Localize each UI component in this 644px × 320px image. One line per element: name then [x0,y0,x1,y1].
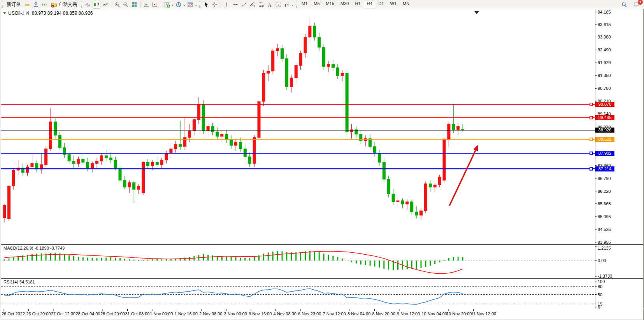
trendline-button[interactable] [240,1,248,9]
accounts-icon[interactable] [32,1,40,9]
rsi-pane[interactable]: 1008050150 [1,278,644,309]
time-axis-label: 11 Nov 12:00 [471,311,497,316]
timeframe-d1-button[interactable]: D1 [376,0,387,9]
macd-name: MACD(12,26,9) [4,246,33,250]
toolbar-grip[interactable] [296,2,297,8]
zoom-in-glyph [114,2,120,8]
timeframe-h1-button[interactable]: H1 [352,0,363,9]
text-button[interactable]: A [266,1,274,9]
chart-symbol-period: USOil-,H4 [8,10,29,16]
toolbar-grip[interactable] [199,2,200,8]
price-tick-label: 85.095 [598,214,611,219]
svg-text:A: A [268,2,272,7]
equidistant-channel-button[interactable]: E [249,1,256,9]
timeframe-m1-button[interactable]: M1 [299,0,310,9]
crosshair-button[interactable] [211,1,219,9]
price-tick-label: 91.920 [598,60,611,65]
timeframe-m30-button[interactable]: M30 [338,0,351,9]
price-tick-label: 86.220 [598,189,611,194]
timeframe-h4-button[interactable]: H4 [364,0,375,9]
toolbar-grip[interactable] [81,2,82,8]
horizontal-line-glyph [232,2,239,8]
timeframe-mn-button[interactable]: MN [400,0,412,9]
chart-shift-button[interactable] [151,1,159,9]
candlestick-chart-glyph [93,2,100,8]
bar-chart-button[interactable] [84,1,92,9]
level-marker [590,103,593,106]
indicators-button[interactable] [163,1,171,9]
autotrading-label: 自动交易 [58,1,77,8]
new-order-button[interactable]: 新订单 [4,0,23,9]
chevron-down-icon[interactable] [291,5,294,7]
tile-windows-button[interactable] [130,1,138,9]
macd-label: MACD(12,26,9) -0.1890 -0.7749 [4,246,65,250]
time-axis-label: 8 Nov 04:00 [347,311,370,316]
macd-scale-label: 1.2135 [598,246,611,250]
macd-scale-label: -1.3733 [598,274,612,278]
level-marker [590,152,593,155]
chart-ohlc-values: 88.973 89.194 88.859 88.926 [32,10,93,16]
autotrading-button[interactable]: 自动交易 [49,0,79,9]
indicators-glyph [164,2,170,8]
time-axis-label: 7 Nov 12:00 [323,311,346,316]
chevron-down-icon[interactable] [183,5,186,7]
toolbar-right-icons: 1 [620,1,644,9]
svg-text:E: E [254,5,256,7]
price-tick-label: 86.790 [598,176,611,181]
cursor-button[interactable] [202,1,210,9]
tile-windows-glyph [131,2,137,8]
arrows-button[interactable] [283,1,291,9]
toolbar-separator [221,1,221,8]
price-tick-label: 91.350 [598,73,611,78]
macd-pane[interactable]: 1.21350.00-1.3733 [1,244,644,278]
price-tick-label: 84.525 [598,227,611,232]
timeframe-m15-button[interactable]: M15 [323,0,337,9]
one-click-trading-icon[interactable] [3,12,6,16]
signal-icon[interactable] [40,1,48,9]
level-marker [590,138,593,141]
periods-button[interactable] [175,1,182,9]
auto-scroll-button[interactable] [142,1,150,9]
templates-button[interactable] [186,1,194,9]
bar-chart-glyph [85,2,91,8]
toolbar-separator [161,1,161,8]
line-chart-button[interactable] [101,1,109,9]
periods-glyph [175,2,182,8]
fibonacci-button[interactable]: F [257,1,265,9]
trendline-glyph [241,2,247,8]
search-button[interactable] [620,1,628,9]
svg-text:F: F [262,5,264,8]
fibonacci-glyph: F [258,2,264,8]
text-glyph: A [267,2,273,8]
time-axis-label: 31 Oct 08:00 [125,311,150,316]
notifications-button[interactable]: 1 [633,1,640,9]
time-axis-label: 1 Nov 16:00 [175,311,198,316]
price-badge: 89.485 [595,115,614,120]
text-label-button[interactable]: T [274,1,282,9]
crosshair-glyph [212,2,218,8]
vertical-line-button[interactable] [223,1,231,9]
chart-shift-marker [474,11,479,14]
zoom-out-glyph [123,2,129,8]
price-badge: 88.522 [595,137,614,142]
chart-window[interactable]: 94.18593.61593.06092.49091.92091.35090.7… [1,9,644,320]
price-pane[interactable]: 94.18593.61593.06092.49091.92091.35090.7… [1,9,644,244]
accounts-icon-glyph [33,2,39,8]
time-axis[interactable]: 26 Oct 202226 Oct 20:0027 Oct 12:0028 Oc… [1,309,644,320]
notification-badge: 1 [638,0,643,5]
rsi-label: RSI(14) 54.5181 [4,280,35,284]
zoom-out-button[interactable] [122,1,130,9]
candlestick-chart-button[interactable] [93,1,100,9]
chevron-down-icon[interactable] [172,5,174,7]
time-axis-label: 28 Oct 04:00 [76,311,100,316]
timeframe-w1-button[interactable]: W1 [388,0,400,9]
signal-icon-glyph [41,2,47,8]
time-axis-label: 6 Nov 23:00 [298,311,321,316]
toolbar-grip[interactable] [2,2,3,8]
timeframe-m5-button[interactable]: M5 [311,0,322,9]
rsi-scale-label: 80 [598,284,602,289]
gold-bar-icon[interactable] [23,1,31,9]
horizontal-line-button[interactable] [232,1,239,9]
chevron-down-icon[interactable] [195,5,197,7]
zoom-in-button[interactable] [113,1,121,9]
